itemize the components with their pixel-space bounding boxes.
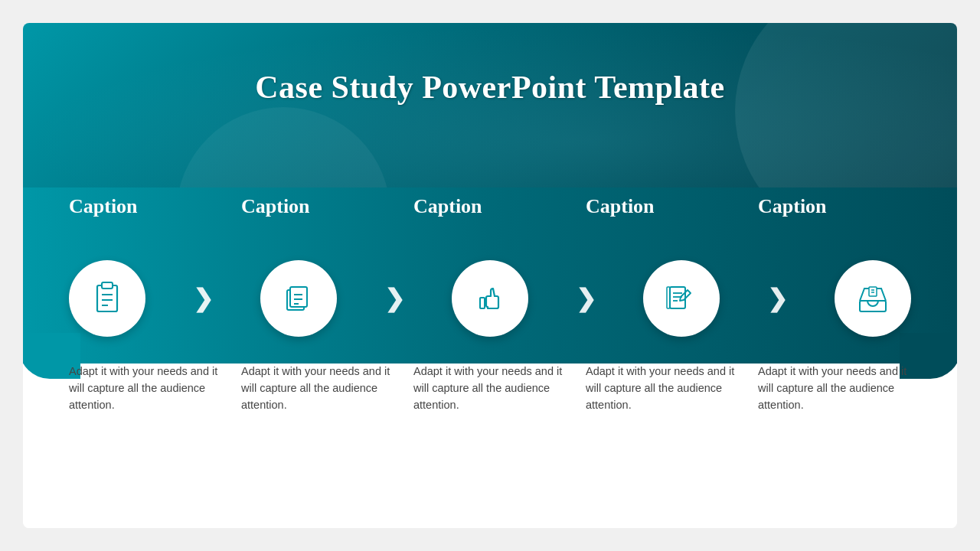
caption-item-4: Caption	[586, 195, 739, 218]
inbox-icon	[854, 279, 892, 318]
desc-item-5: Adapt it with your needs and it will cap…	[758, 364, 911, 413]
svg-rect-0	[97, 285, 117, 311]
circle-5	[835, 260, 911, 337]
caption-item-1: Caption	[69, 195, 222, 218]
circle-2	[260, 260, 337, 337]
caption-item-3: Caption	[413, 195, 567, 218]
caption-label-2: Caption	[241, 195, 310, 217]
slide-title: Case Study PowerPoint Template	[23, 69, 957, 106]
thumbsup-icon	[471, 279, 509, 318]
caption-item-2: Caption	[241, 195, 394, 218]
circle-1	[69, 260, 145, 337]
circle-3	[452, 260, 528, 337]
circle-item-5	[835, 260, 911, 337]
svg-rect-1	[102, 282, 113, 289]
circle-item-2	[260, 260, 337, 337]
arrow-3: ❯	[576, 284, 596, 313]
caption-label-1: Caption	[69, 195, 138, 217]
clipboard-icon	[88, 279, 126, 318]
captions-row: Caption Caption Caption Caption Caption	[69, 195, 911, 218]
document-icon	[279, 279, 318, 318]
svg-rect-10	[480, 298, 485, 308]
desc-row: Adapt it with your needs and it will cap…	[69, 364, 911, 413]
slide: Case Study PowerPoint Template Caption C…	[23, 23, 957, 528]
circle-4	[643, 260, 720, 337]
arrow-2: ❯	[384, 284, 405, 313]
caption-item-5: Caption	[758, 195, 911, 218]
arrow-1: ❯	[193, 284, 214, 313]
circle-item-3	[452, 260, 528, 337]
notepad-icon	[662, 279, 701, 318]
svg-rect-19	[869, 287, 877, 296]
caption-label-4: Caption	[586, 195, 655, 217]
circle-item-4	[643, 260, 720, 337]
desc-item-2: Adapt it with your needs and it will cap…	[241, 364, 394, 413]
arrow-4: ❯	[767, 284, 788, 313]
caption-label-3: Caption	[413, 195, 482, 217]
circles-row: ❯ ❯ ❯	[69, 260, 911, 337]
svg-rect-15	[667, 287, 670, 308]
svg-rect-11	[670, 287, 685, 308]
desc-item-1: Adapt it with your needs and it will cap…	[69, 364, 222, 413]
circle-item-1	[69, 260, 145, 337]
caption-label-5: Caption	[758, 195, 827, 217]
desc-item-4: Adapt it with your needs and it will cap…	[586, 364, 739, 413]
desc-item-3: Adapt it with your needs and it will cap…	[413, 364, 567, 413]
